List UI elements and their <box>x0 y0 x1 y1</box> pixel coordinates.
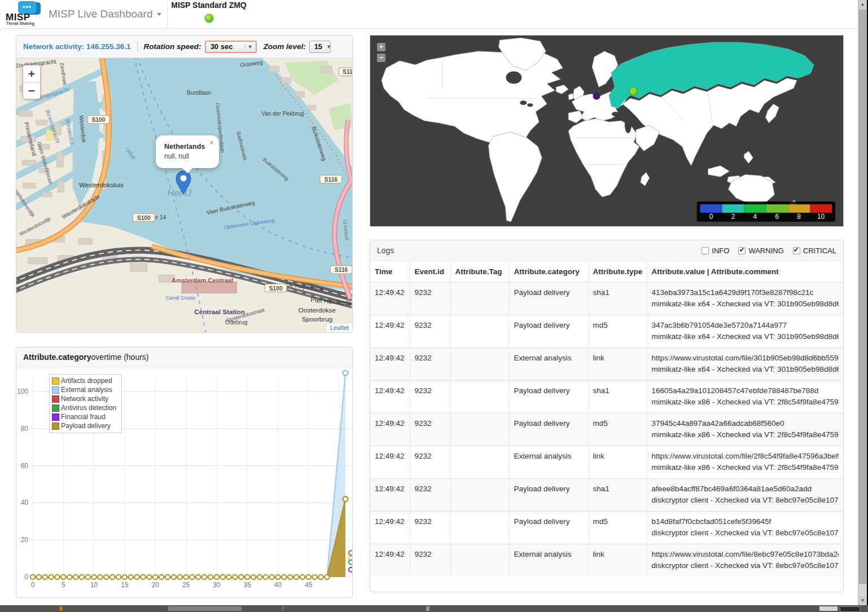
svg-text:80: 80 <box>21 425 29 433</box>
legend-item: Antivirus detection <box>52 403 116 412</box>
info-checkbox[interactable] <box>702 247 709 254</box>
network-activity-panel: Network activity: 146.255.36.1 Rotation … <box>16 35 353 333</box>
leaflet-attribution-link[interactable]: Leaflet <box>327 324 352 332</box>
dashboard-menu[interactable]: MISP Live Dashboard <box>49 0 161 28</box>
time-cell: 12:49:42 <box>370 348 410 381</box>
svg-text:35: 35 <box>244 581 252 589</box>
time-cell: 12:49:42 <box>370 446 410 479</box>
event-id-cell: 9232 <box>410 315 450 348</box>
taskbar[interactable] <box>0 605 868 612</box>
column-header[interactable]: Attribute.Tag <box>450 261 509 283</box>
svg-text:2: 2 <box>731 213 735 221</box>
page-scrollbar[interactable]: ▲ ▼ <box>858 0 867 605</box>
zoom-in-button[interactable]: + <box>23 65 40 82</box>
category-cell: External analysis <box>509 446 588 479</box>
zoom-level-select[interactable]: 15▼ <box>309 41 331 53</box>
svg-text:0: 0 <box>709 213 713 221</box>
column-header[interactable]: Attribute.category <box>509 261 588 283</box>
log-row: 12:49:429232Payload deliverysha1afeee8b4… <box>370 479 843 512</box>
attribute-category-chart-panel: Attribute.category overtime (hours) 0204… <box>16 347 353 598</box>
map-popup: × Netherlands null, null <box>156 135 219 168</box>
legend-label: Artifacts dropped <box>61 377 112 385</box>
world-map-svg: 0246810 <box>370 36 843 226</box>
legend-label: External analysis <box>61 386 112 394</box>
svg-text:15: 15 <box>121 581 129 589</box>
logs-filters: INFOWARNINGCRITICAL <box>692 246 836 255</box>
map-marker-pin-icon[interactable] <box>176 170 191 195</box>
misp-dashboard-screen: ••• MISP Threat Sharing MISP Live Dashbo… <box>0 0 868 612</box>
value-cell: https://www.virustotal.com/file/8ebc97e0… <box>647 544 843 577</box>
zmq-status-led-icon <box>205 14 213 23</box>
tag-cell <box>450 283 509 315</box>
select-arrow-icon: ▼ <box>325 44 331 50</box>
world-zoom-out-button[interactable]: − <box>377 54 385 62</box>
world-map-panel[interactable]: 0246810 + − <box>370 35 844 227</box>
svg-text:20: 20 <box>21 536 29 544</box>
warning-checkbox[interactable] <box>738 247 746 254</box>
zoom-level-label: Zoom level: <box>264 42 306 51</box>
rotation-speed-select[interactable]: 30 sec▼ <box>205 41 257 53</box>
tag-cell <box>450 413 509 446</box>
type-cell: link <box>588 348 647 381</box>
time-cell: 12:49:42 <box>370 544 410 577</box>
network-activity-title[interactable]: Network activity: 146.255.36.1 <box>23 42 131 51</box>
map-label: Spoorbrug <box>302 315 333 323</box>
svg-text:10: 10 <box>817 213 825 221</box>
value-cell: 413eba3973a15c1a6429d9f170f3e8287f98c21c… <box>647 283 843 315</box>
tag-cell <box>450 348 509 381</box>
tag-cell <box>450 544 509 577</box>
misp-logo[interactable]: ••• MISP Threat Sharing <box>6 1 42 27</box>
event-id-cell: 9232 <box>410 283 450 315</box>
logs-panel: Logs INFOWARNINGCRITICAL TimeEvent.idAtt… <box>370 240 844 592</box>
taskbar-item[interactable] <box>840 606 860 612</box>
map-label: Westerdoksluis <box>79 181 124 188</box>
category-cell: External analysis <box>509 544 588 577</box>
column-header[interactable]: Time <box>370 261 410 283</box>
category-cell: Payload delivery <box>509 479 588 512</box>
legend-label: Network activity <box>61 395 108 403</box>
svg-text:0: 0 <box>24 573 28 581</box>
tag-cell <box>450 479 509 512</box>
zoom-out-button[interactable]: − <box>23 82 40 99</box>
network-panel-header: Network activity: 146.255.36.1 Rotation … <box>16 36 352 58</box>
chart-area: 020406080100051015202530354045 Artifacts… <box>16 367 352 597</box>
filter-label: INFO <box>712 246 729 255</box>
taskbar-item[interactable] <box>168 606 242 611</box>
taskbar-item[interactable] <box>59 606 63 611</box>
value-cell: https://www.virustotal.com/file/301b905e… <box>647 348 843 381</box>
legend-item: Financial fraud <box>52 412 116 421</box>
scrollbar-thumb[interactable] <box>859 10 866 584</box>
critical-checkbox[interactable] <box>793 247 800 254</box>
chart-title-bold: Attribute.category <box>23 353 91 362</box>
station-building <box>182 282 237 293</box>
legend-swatch <box>52 422 59 430</box>
scrollbar-down-arrow-icon[interactable]: ▼ <box>858 596 867 605</box>
event-id-cell: 9232 <box>410 348 450 381</box>
value-cell: b14d8faf7f0cbcfad051cefe5f39645fdiskcryp… <box>647 512 843 544</box>
svg-text:20: 20 <box>152 581 160 589</box>
filter-info: INFO <box>702 246 729 255</box>
map-zoom-control: + − <box>23 65 41 99</box>
map-label: Bundlaan <box>187 90 211 96</box>
tag-cell <box>450 512 509 544</box>
svg-text:5: 5 <box>62 581 65 589</box>
legend-label: Payload delivery <box>61 422 111 430</box>
filter-critical: CRITICAL <box>793 246 836 255</box>
popup-close-icon[interactable]: × <box>209 138 214 147</box>
type-cell: md5 <box>588 413 647 446</box>
svg-text:S11: S11 <box>343 69 352 75</box>
log-row: 12:49:429232Payload deliverymd5b14d8faf7… <box>370 512 843 544</box>
taskbar-item[interactable] <box>819 606 838 611</box>
navbar-divider <box>167 0 168 28</box>
column-header[interactable]: Attribute.type <box>588 261 647 283</box>
svg-text:60: 60 <box>21 462 29 470</box>
column-header[interactable]: Event.id <box>410 261 450 283</box>
column-header[interactable]: Attribute.value | Attribute.comment <box>647 261 843 283</box>
scrollbar-up-arrow-icon[interactable]: ▲ <box>858 0 867 9</box>
filter-label: CRITICAL <box>803 246 836 255</box>
amsterdam-map[interactable]: ZoutkeetsgrachtGraswegBundlaanOverhoeksp… <box>16 58 352 332</box>
legend-item: External analysis <box>52 385 116 394</box>
log-row: 12:49:429232Payload deliverysha116605a4a… <box>370 381 843 413</box>
world-zoom-in-button[interactable]: + <box>377 43 385 51</box>
taskbar-item[interactable] <box>426 606 429 611</box>
